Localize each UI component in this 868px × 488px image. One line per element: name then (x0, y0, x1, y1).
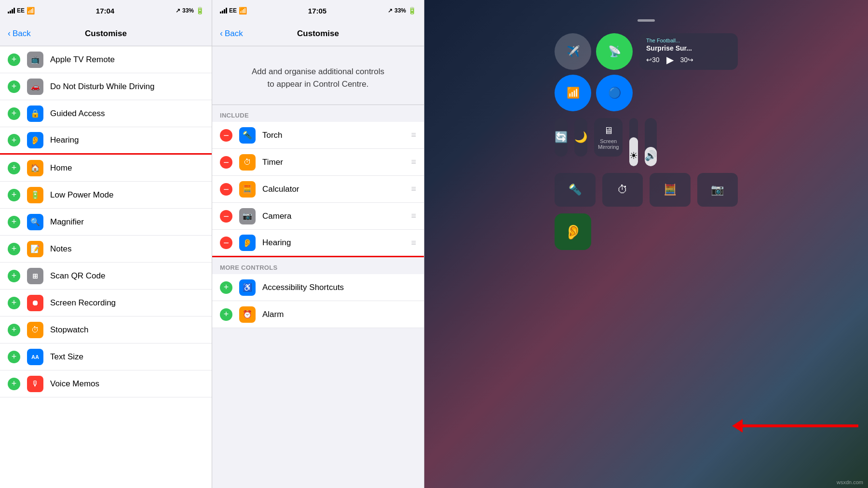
add-button-do-not-disturb[interactable]: + (8, 80, 20, 93)
remove-button-torch[interactable]: − (220, 129, 232, 142)
music-title: Surprise Sur... (646, 44, 731, 52)
remove-button-calculator[interactable]: − (220, 183, 232, 196)
battery-label-1: 33% (182, 7, 194, 14)
label-voice-memos: Voice Memos (50, 379, 99, 389)
label-text-size: Text Size (50, 352, 83, 362)
watermark: wsxdn.com (837, 479, 863, 485)
nav-bar-1: ‹ Back Customise (0, 21, 212, 46)
add-button-low-power[interactable]: + (8, 189, 20, 201)
list-item-stopwatch[interactable]: + ⏱ Stopwatch (0, 317, 212, 343)
airplane-mode-button[interactable]: ✈️ (555, 33, 591, 70)
music-card[interactable]: The Football... Surprise Sur... ↩30 ▶ 30… (639, 33, 738, 70)
drag-handle-timer[interactable]: ≡ (411, 157, 416, 167)
add-button-magnifier[interactable]: + (8, 216, 20, 228)
list-item-guided-access[interactable]: + 🔒 Guided Access (0, 100, 212, 127)
p2-item-alarm[interactable]: + ⏰ Alarm (212, 301, 424, 328)
more-controls-header: MORE CONTROLS (212, 257, 424, 274)
add-button-apple-tv[interactable]: + (8, 53, 20, 66)
skip-back-button[interactable]: ↩30 (646, 56, 660, 64)
time-2: 17:05 (247, 7, 388, 15)
do-not-disturb-button[interactable]: 🌙 (574, 118, 587, 157)
list-item-low-power[interactable]: + 🔋 Low Power Mode (0, 182, 212, 209)
p2-icon-camera: 📷 (239, 208, 256, 224)
add-button-hearing[interactable]: + (8, 134, 20, 146)
orientation-lock-button[interactable]: 🔄 (555, 118, 568, 157)
add-button-scan-qr[interactable]: + (8, 270, 20, 282)
icon-text-size: AA (27, 349, 43, 365)
p2-label-timer: Timer (262, 158, 283, 167)
screen-mirroring-button[interactable]: 🖥 ScreenMirroring (594, 118, 623, 157)
back-label-2[interactable]: Back (225, 29, 243, 39)
p2-item-camera[interactable]: − 📷 Camera ≡ (212, 203, 424, 230)
back-button-2[interactable]: ‹ Back (220, 28, 243, 39)
timer-button[interactable]: ⏱ (602, 173, 643, 207)
hearing-button[interactable]: 👂 (555, 213, 591, 250)
wifi-button[interactable]: 📡 (596, 33, 633, 70)
add-button-alarm[interactable]: + (220, 308, 232, 321)
back-label-1[interactable]: Back (13, 29, 31, 39)
cc-connectivity-group: ✈️ 📡 📶 🔵 (555, 33, 633, 111)
panel-1: EE 📶 17:04 ↗ 33% 🔋 ‹ Back Customise + 📺 … (0, 0, 212, 488)
p2-icon-hearing: 👂 (239, 235, 256, 251)
list-item-scan-qr[interactable]: + ⊞ Scan QR Code (0, 263, 212, 290)
info-box: Add and organise additional controlsto a… (212, 46, 424, 105)
red-arrow-indicator (733, 419, 858, 433)
add-button-text-size[interactable]: + (8, 351, 20, 363)
p2-icon-timer: ⏱ (239, 154, 256, 171)
p2-item-torch[interactable]: − 🔦 Torch ≡ (212, 122, 424, 149)
list-item-hearing[interactable]: + 👂 Hearing (0, 127, 212, 155)
list-item-magnifier[interactable]: + 🔍 Magnifier (0, 209, 212, 236)
add-button-notes[interactable]: + (8, 243, 20, 255)
brightness-slider[interactable]: ☀ (629, 118, 638, 166)
skip-forward-button[interactable]: 30↪ (680, 56, 694, 64)
p2-item-timer[interactable]: − ⏱ Timer ≡ (212, 149, 424, 176)
add-button-screen-recording[interactable]: + (8, 297, 20, 309)
drag-handle-torch[interactable]: ≡ (411, 130, 416, 140)
cc-row-hearing: 👂 (555, 213, 738, 250)
list-item-home[interactable]: + 🏠 Home (0, 155, 212, 182)
drag-handle-camera[interactable]: ≡ (411, 211, 416, 221)
play-button[interactable]: ▶ (666, 54, 674, 66)
label-notes: Notes (50, 244, 71, 254)
p2-icon-calculator: 🧮 (239, 181, 256, 198)
bluetooth-button[interactable]: 🔵 (596, 75, 633, 111)
screen-mirroring-icon: 🖥 (604, 125, 613, 136)
volume-slider[interactable]: 🔊 (645, 118, 657, 166)
icon-magnifier: 🔍 (27, 214, 43, 230)
remove-button-camera[interactable]: − (220, 210, 232, 223)
remove-button-hearing[interactable]: − (220, 237, 232, 249)
wifi-icon-2: 📶 (239, 7, 247, 14)
carrier-label-2: EE (229, 7, 237, 14)
torch-button[interactable]: 🔦 (555, 173, 596, 207)
p2-item-accessibility[interactable]: + ♿ Accessibility Shortcuts (212, 274, 424, 301)
bluetooth-icon: 🔵 (608, 87, 621, 99)
add-button-accessibility[interactable]: + (220, 281, 232, 294)
include-section-header: INCLUDE (212, 105, 424, 122)
p2-item-hearing[interactable]: − 👂 Hearing ≡ (212, 230, 424, 257)
cc-drag-handle[interactable] (637, 19, 655, 22)
drag-handle-hearing[interactable]: ≡ (411, 238, 416, 248)
add-button-stopwatch[interactable]: + (8, 324, 20, 336)
drag-handle-calculator[interactable]: ≡ (411, 184, 416, 194)
add-button-voice-memos[interactable]: + (8, 378, 20, 390)
list-item-screen-recording[interactable]: + ⏺ Screen Recording (0, 290, 212, 317)
wifi-toggle-button[interactable]: 📶 (555, 75, 591, 111)
icon-stopwatch: ⏱ (27, 322, 43, 338)
battery-label-2: 33% (394, 7, 406, 14)
p2-item-calculator[interactable]: − 🧮 Calculator ≡ (212, 176, 424, 203)
list-item-text-size[interactable]: + AA Text Size (0, 343, 212, 370)
add-button-home[interactable]: + (8, 162, 20, 174)
list-item-notes[interactable]: + 📝 Notes (0, 236, 212, 263)
camera-button[interactable]: 📷 (697, 173, 738, 207)
calculator-button[interactable]: 🧮 (650, 173, 691, 207)
remove-button-timer[interactable]: − (220, 156, 232, 169)
p2-label-calculator: Calculator (262, 185, 299, 194)
add-button-guided-access[interactable]: + (8, 107, 20, 120)
orientation-lock-icon: 🔄 (555, 131, 568, 144)
list-item-apple-tv[interactable]: + 📺 Apple TV Remote (0, 46, 212, 73)
include-list: − 🔦 Torch ≡ − ⏱ Timer ≡ − 🧮 Calculator ≡… (212, 122, 424, 257)
back-button-1[interactable]: ‹ Back (8, 28, 31, 39)
list-item-do-not-disturb[interactable]: + 🚗 Do Not Disturb While Driving (0, 73, 212, 100)
list-item-voice-memos[interactable]: + 🎙 Voice Memos (0, 370, 212, 397)
timer-icon: ⏱ (617, 184, 628, 196)
